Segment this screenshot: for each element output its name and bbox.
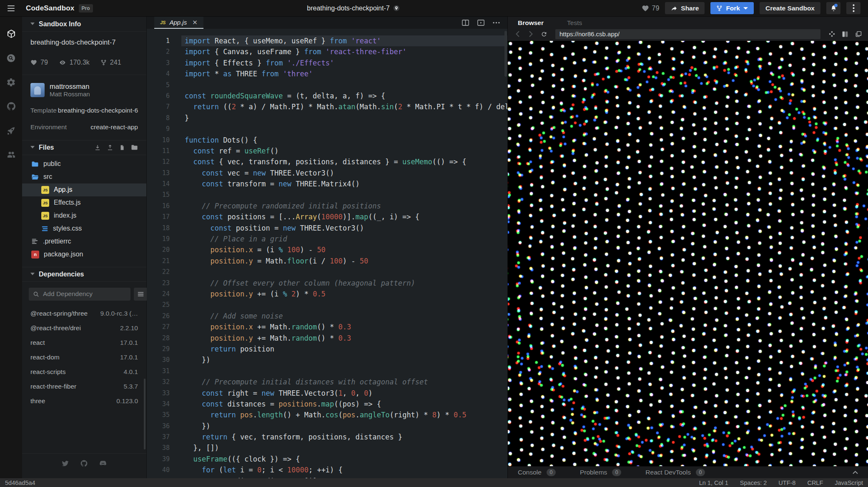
browser-viewport[interactable] (508, 41, 868, 466)
code-line[interactable]: 31 (147, 366, 507, 377)
kebab-icon[interactable] (493, 22, 500, 24)
code-line[interactable]: 29 return position (147, 344, 507, 354)
sandbox-name[interactable]: breathing-dots-checkpoint-7 (30, 38, 138, 46)
upload-icon[interactable] (107, 144, 113, 151)
discord-icon[interactable] (99, 459, 107, 467)
open-window-icon[interactable] (853, 29, 864, 39)
template-value[interactable]: breathing-dots-checkpoint-6 (58, 107, 138, 114)
code-line[interactable]: 11 const ref = useRef() (147, 146, 507, 156)
code-line[interactable]: 3import { Effects } from './Effects' (147, 58, 507, 68)
code-line[interactable]: 9 (147, 123, 507, 134)
code-line[interactable]: 7 return ((2 * a) / Math.PI) * Math.atan… (147, 101, 507, 112)
code-line[interactable]: 14 const transform = new THREE.Matrix4() (147, 178, 507, 189)
code-line[interactable]: 38 }, []) (147, 442, 507, 453)
code-line[interactable]: 13 const vec = new THREE.Vector3() (147, 168, 507, 178)
add-dependency-input[interactable] (29, 288, 130, 301)
code-line[interactable]: 36 }) (147, 421, 507, 432)
code-line[interactable]: 28 position.y += Math.random() * 0.3 (147, 333, 507, 344)
code-line[interactable]: 34 const distances = positions.map((pos)… (147, 399, 507, 409)
file-tree-item[interactable]: styles.css (22, 222, 146, 235)
split-browser-icon[interactable] (840, 29, 850, 39)
tab-browser[interactable]: Browser (518, 19, 544, 27)
code-line[interactable]: 1import React, { useMemo, useRef } from … (147, 35, 507, 46)
download-icon[interactable] (94, 144, 101, 151)
sidebar-scrollbar[interactable] (144, 379, 146, 449)
preview-window-icon[interactable] (477, 20, 484, 26)
rail-explorer-item[interactable] (3, 25, 20, 43)
back-icon[interactable] (512, 29, 523, 39)
code-line[interactable]: 15 (147, 189, 507, 200)
devtools-tab-react-devtools[interactable]: React DevTools0 (645, 469, 705, 476)
code-line[interactable]: 24 position.y += (i % 2) * 0.5 (147, 289, 507, 299)
files-header[interactable]: Files (22, 140, 146, 155)
code-line[interactable]: 27 position.x += Math.random() * 0.3 (147, 321, 507, 332)
file-tree-item[interactable]: src (22, 171, 146, 183)
editor-scrollbar[interactable] (504, 31, 507, 77)
code-line[interactable]: 30 }) (147, 354, 507, 365)
code-line[interactable]: 18 const position = new THREE.Vector3() (147, 223, 507, 233)
file-tree-item[interactable]: JSindex.js (22, 209, 146, 222)
rail-search-item[interactable] (3, 49, 20, 67)
fork-button[interactable]: Fork (710, 2, 754, 14)
code-line[interactable]: 2import { Canvas, useFrame } from 'react… (147, 46, 507, 57)
code-line[interactable]: 20 position.x = (i % 100) - 50 (147, 244, 507, 255)
code-line[interactable]: 21 position.y = Math.floor(i / 100) - 50 (147, 256, 507, 266)
dependency-row[interactable]: react17.0.1 (22, 336, 146, 350)
tab-tests[interactable]: Tests (567, 19, 582, 27)
new-folder-icon[interactable] (131, 144, 138, 151)
code-line[interactable]: 19 // Place in a grid (147, 233, 507, 244)
url-bar[interactable]: https://nor86.csb.app/ (555, 29, 820, 39)
file-tree-item[interactable]: JSApp.js (22, 183, 146, 196)
code-line[interactable]: 6const roundedSquareWave = (t, delta, a,… (147, 90, 507, 101)
file-tree-item[interactable]: JSEffects.js (22, 196, 146, 209)
environment-value[interactable]: create-react-app (90, 123, 138, 131)
code-line[interactable]: 4import * as THREE from 'three' (147, 68, 507, 79)
dependency-row[interactable]: three0.123.0 (22, 394, 146, 409)
create-sandbox-button[interactable]: Create Sandbox (760, 2, 820, 14)
status-item[interactable]: Spaces: 2 (740, 479, 767, 486)
code-line[interactable]: 33 const right = new THREE.Vector3(1, 0,… (147, 388, 507, 399)
code-line[interactable]: 5 (147, 80, 507, 90)
dependency-row[interactable]: react-three-fiber5.3.7 (22, 379, 146, 394)
menu-icon[interactable] (8, 2, 20, 15)
twitter-icon[interactable] (61, 459, 69, 467)
close-icon[interactable]: ✕ (192, 19, 198, 26)
code-line[interactable]: 37 return { vec, transform, positions, d… (147, 432, 507, 442)
share-button[interactable]: Share (665, 2, 705, 14)
notifications-button[interactable] (826, 2, 840, 14)
status-item[interactable]: JavaScript (835, 479, 863, 486)
rail-deploy-item[interactable] (3, 122, 20, 139)
status-item[interactable]: UTF-8 (778, 479, 795, 486)
dependency-row[interactable]: react-scripts4.0.1 (22, 365, 146, 379)
code-line[interactable]: 8} (147, 113, 507, 123)
like-button[interactable]: 79 (642, 5, 660, 12)
author-row[interactable]: mattrossman Matt Rossman (30, 83, 138, 98)
dependency-list-menu-button[interactable] (134, 288, 148, 301)
code-line[interactable]: 32 // Precompute initial distances with … (147, 377, 507, 387)
visibility-icon[interactable] (393, 5, 400, 12)
dependency-row[interactable]: @react-three/drei2.2.10 (22, 321, 146, 336)
status-item[interactable]: Ln 1, Col 1 (699, 479, 728, 486)
chevron-up-icon[interactable] (853, 471, 858, 474)
status-item[interactable]: CRLF (807, 479, 823, 486)
split-view-icon[interactable] (462, 20, 469, 26)
dependencies-header[interactable]: Dependencies (22, 267, 146, 282)
code-line[interactable]: 40 for (let i = 0; i < 10000; ++i) { (147, 464, 507, 475)
responsive-icon[interactable] (826, 29, 837, 39)
code-line[interactable]: 35 return pos.length() + Math.cos(pos.an… (147, 409, 507, 420)
code-line[interactable]: 23 // Offset every other column (hexagon… (147, 278, 507, 289)
code-line[interactable]: 39 useFrame(({ clock }) => { (147, 454, 507, 464)
code-line[interactable]: 17 const positions = [...Array(10000)].m… (147, 211, 507, 222)
dependency-row[interactable]: react-dom17.0.1 (22, 350, 146, 365)
code-line[interactable]: 12 const { vec, transform, positions, di… (147, 156, 507, 167)
code-line[interactable]: 22 (147, 266, 507, 277)
refresh-icon[interactable] (539, 29, 549, 39)
file-tree-item[interactable]: npackage.json (22, 248, 146, 261)
rail-live-item[interactable] (3, 146, 20, 163)
code-line[interactable]: 10function Dots() { (147, 135, 507, 146)
file-tree-item[interactable]: public (22, 158, 146, 171)
forward-icon[interactable] (525, 29, 536, 39)
more-menu-button[interactable] (846, 2, 860, 14)
devtools-tab-console[interactable]: Console0 (518, 469, 556, 476)
file-tree-item[interactable]: .prettierrc (22, 235, 146, 248)
